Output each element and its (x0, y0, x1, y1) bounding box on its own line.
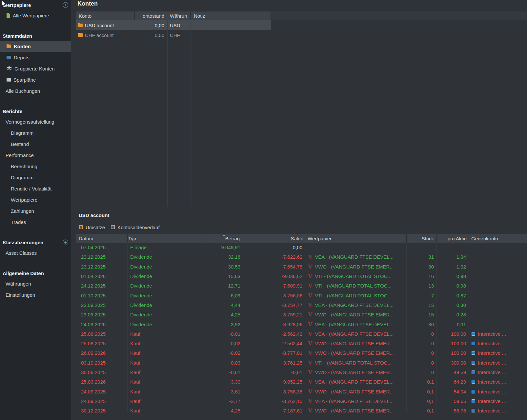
sidebar-item-sparpläne[interactable]: Sparpläne (0, 74, 71, 85)
transaction-cell-typ: Kauf (128, 368, 200, 377)
transaction-cell-saldo: -9.036,62 (243, 271, 305, 281)
transaction-cell-stueck (407, 243, 437, 252)
transaction-row[interactable]: 23.09.2025Dividende4,25-3.759,21VVWO - (… (76, 310, 527, 319)
counter-account-icon (472, 351, 475, 355)
sidebar-item-label: Alle Buchungen (6, 88, 40, 94)
transaction-row[interactable]: 01.04.2026Dividende15,63-9.036,62VVTI - … (76, 271, 527, 281)
transactions-column-header-stueck[interactable]: Stück (407, 234, 437, 243)
transaction-cell-typ: Dividende (128, 310, 200, 319)
add-icon[interactable]: + (63, 240, 68, 245)
transaction-row[interactable]: 23.09.2025Dividende4,44-3.754,77VVEA - (… (76, 300, 527, 310)
account-note (191, 30, 271, 40)
sidebar-item-alle-buchungen[interactable]: Alle Buchungen (0, 85, 71, 96)
sidebar-item-bestand[interactable]: Bestand (0, 138, 71, 150)
transaction-cell-wertpapier: VVTI - (VANGUARD TOTAL STOC... (305, 358, 407, 368)
section-header-klassifizierungen: Klassifizierungen+ (0, 237, 71, 247)
transaction-row[interactable]: 30.06.2025Kauf-0,61-0,61VVWO - (VANGUARD… (76, 368, 527, 377)
sidebar-item-berechnung[interactable]: Berechnung (0, 161, 71, 172)
transaction-cell-stueck: 7 (407, 290, 437, 300)
transaction-row[interactable]: 25.08.2025Kauf-0,01-2.562,42VVEA - (VANG… (76, 329, 527, 339)
transactions-column-header-datum[interactable]: Datum (76, 234, 128, 243)
security-name: VWO - (VANGUARD FTSE EMER... (315, 408, 394, 413)
transaction-cell-stueck: 0 (407, 348, 437, 358)
sidebar-item-währungen[interactable]: Währungen (0, 278, 71, 289)
transaction-cell-saldo: -3.759,21 (243, 310, 305, 319)
security-name: VEA - (VANGUARD FTSE DEVEL... (315, 254, 394, 260)
sidebar-item-alle-wertpapiere[interactable]: Alle Wertpapiere (0, 10, 71, 21)
counter-account-icon (472, 409, 475, 412)
tab-label: Kontosaldenverlauf (117, 225, 159, 230)
transaction-row[interactable]: 07.04.2026Einlage9.049,910,00 (76, 243, 527, 252)
add-icon[interactable]: + (63, 2, 68, 8)
transaction-row[interactable]: 03.10.2025Kauf-0,03-3.761,25VVTI - (VANG… (76, 358, 527, 368)
transaction-cell-betrag: -3,33 (200, 377, 243, 387)
transaction-row[interactable]: 01.10.2025Dividende6,09-3.756,06VVTI - (… (76, 290, 527, 300)
transaction-cell-betrag: 9.049,91 (200, 243, 243, 252)
sidebar-item-diagramm[interactable]: Diagramm (0, 127, 71, 138)
transactions-column-header-wertpapier[interactable]: Wertpapier (305, 234, 407, 243)
transaction-row[interactable]: 24.09.2025Kauf-3,77-3.762,15VVEA - (VANG… (76, 396, 527, 406)
transaction-cell-typ: Dividende (128, 319, 200, 329)
transaction-cell-typ: Einlage (128, 243, 200, 252)
transaction-cell-pro_aktie: 55,78 (437, 406, 469, 413)
transaction-cell-datum: 01.10.2025 (76, 290, 128, 300)
security-name: VEA - (VANGUARD FTSE DEVEL... (315, 331, 394, 337)
column-grid-line (135, 20, 135, 207)
accounts-column-header-konto[interactable]: Konto (76, 11, 135, 20)
sidebar-item-asset-classes[interactable]: Asset Classes (0, 247, 71, 258)
column-header-label: Stück (421, 236, 434, 241)
sidebar-item-konten[interactable]: Konten (0, 41, 71, 52)
transaction-row[interactable]: 25.03.2026Kauf-3,33-9.052,25VVEA - (VANG… (76, 377, 527, 387)
transaction-cell-betrag: 30,53 (200, 262, 243, 271)
transaction-cell-stueck: 15 (407, 310, 437, 319)
sidebar-item-depots[interactable]: Depots (0, 52, 71, 63)
accounts-column-header-kontostand[interactable]: ontostand (135, 11, 167, 20)
transaction-cell-pro_aktie: 54,04 (437, 387, 469, 396)
transactions-column-header-pro_aktie[interactable]: pro Aktie (437, 234, 469, 243)
sidebar-item-wertpapiere[interactable]: Wertpapiere (0, 194, 71, 205)
transaction-row[interactable]: 26.02.2026Kauf-0,02-8.777,01VVWO - (VANG… (76, 348, 527, 358)
transaction-cell-stueck: 31 (407, 252, 437, 262)
transactions-column-header-typ[interactable]: Typ (128, 234, 200, 243)
security-name: VWO - (VANGUARD FTSE EMER... (315, 264, 394, 270)
transaction-cell-saldo: -7.187,61 (243, 406, 305, 413)
sidebar-item-gruppierte-konten[interactable]: Gruppierte Konten (0, 63, 71, 74)
transaction-cell-pro_aktie: 100,00 (437, 348, 469, 358)
column-header-label: Typ (128, 236, 136, 241)
transaction-cell-pro_aktie: 0,28 (437, 310, 469, 319)
sidebar-item-performance[interactable]: Performance (0, 150, 71, 161)
transaction-row[interactable]: 24.03.2026Dividende3,92-8.928,06VVEA - (… (76, 319, 527, 329)
transaction-row[interactable]: 24.12.2025Dividende12,71-7.609,91VVTI - … (76, 281, 527, 290)
sidebar-item-vermögensaufstellung[interactable]: Vermögensaufstellung (0, 116, 71, 127)
transaction-cell-gegenkonto: Interactive ... (469, 396, 527, 406)
transaction-row[interactable]: 25.08.2025Kauf-0,02-2.562,44VVWO - (VANG… (76, 339, 527, 348)
column-header-label: Wertpapier (308, 236, 332, 241)
transaction-cell-datum: 25.08.2025 (76, 339, 128, 348)
accounts-column-header-waehrung[interactable]: Währun (167, 11, 191, 20)
transaction-row[interactable]: 23.12.2025Dividende30,53-7.654,78VVWO - … (76, 262, 527, 271)
tab-kontosaldenverlauf[interactable]: Kontosaldenverlauf (111, 225, 159, 230)
vanguard-logo-icon: V (308, 408, 312, 413)
tab-umsätze[interactable]: Umsätze (79, 225, 105, 230)
sidebar-item-trades[interactable]: Trades (0, 216, 71, 228)
sidebar-item-label: Diagramm (11, 175, 33, 180)
transactions-column-header-saldo[interactable]: Saldo (243, 234, 305, 243)
account-row-chf-account[interactable]: CHF account0,00CHF (76, 30, 271, 40)
transaction-cell-typ: Kauf (128, 339, 200, 348)
transaction-cell-wertpapier: VVEA - (VANGUARD FTSE DEVEL... (305, 300, 407, 310)
account-folder-icon (78, 24, 83, 27)
column-header-label: Betrag (225, 236, 240, 241)
transaction-cell-typ: Dividende (128, 262, 200, 271)
transaction-row[interactable]: 30.12.2025Kauf-4,25-7.187,61VVWO - (VANG… (76, 406, 527, 413)
transaction-cell-wertpapier: VVWO - (VANGUARD FTSE EMER... (305, 339, 407, 348)
transactions-column-header-gegenkonto[interactable]: Gegenkonto (469, 234, 527, 243)
transaction-row[interactable]: 23.12.2025Dividende32,16-7.622,62VVEA - … (76, 252, 527, 262)
transaction-row[interactable]: 24.09.2025Kauf-3,61-3.758,38VVWO - (VANG… (76, 387, 527, 396)
sidebar-item-rendite-volatilität[interactable]: Rendite / Volatilität (0, 183, 71, 194)
sidebar-item-diagramm[interactable]: Diagramm (0, 172, 71, 183)
accounts-column-header-notiz[interactable]: Notiz (191, 11, 271, 20)
account-row-usd-account[interactable]: USD account0,00USD (76, 20, 271, 30)
sidebar-item-zahlungen[interactable]: Zahlungen (0, 205, 71, 216)
sidebar-item-einstellungen[interactable]: Einstellungen (0, 289, 71, 300)
transactions-column-header-betrag[interactable]: Betrag (200, 234, 243, 243)
